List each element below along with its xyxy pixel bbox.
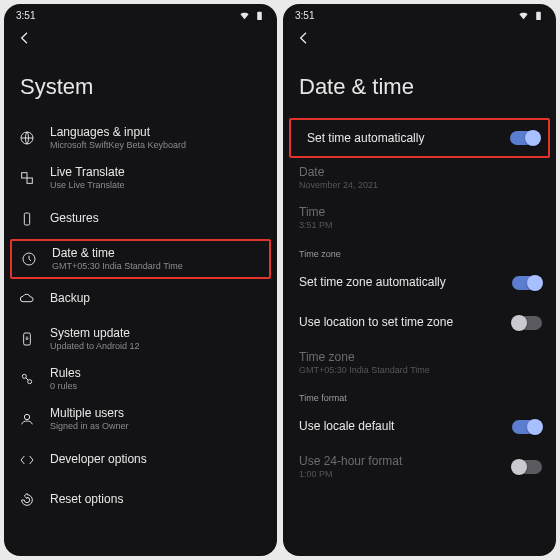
- arrow-left-icon: [296, 30, 312, 46]
- svg-rect-4: [24, 213, 29, 225]
- row-date-time[interactable]: Date & time GMT+05:30 India Standard Tim…: [10, 239, 271, 279]
- row-backup[interactable]: Backup: [4, 279, 277, 319]
- battery-icon: [254, 10, 265, 21]
- row-label: Use location to set time zone: [299, 315, 498, 330]
- row-time: Time 3:51 PM: [283, 198, 556, 238]
- settings-list: Languages & input Microsoft SwiftKey Bet…: [4, 118, 277, 556]
- rules-icon: [18, 370, 36, 388]
- status-bar: 3:51: [4, 4, 277, 23]
- user-icon: [18, 410, 36, 428]
- row-sub: Microsoft SwiftKey Beta Keyboard: [50, 140, 263, 151]
- row-label: Reset options: [50, 492, 263, 507]
- row-set-tz-auto[interactable]: Set time zone automatically: [283, 263, 556, 303]
- reset-icon: [18, 491, 36, 509]
- row-label: Backup: [50, 291, 263, 306]
- arrow-left-icon: [17, 30, 33, 46]
- battery-icon: [533, 10, 544, 21]
- code-icon: [18, 451, 36, 469]
- row-label: Multiple users: [50, 406, 263, 421]
- row-use-location-tz[interactable]: Use location to set time zone: [283, 303, 556, 343]
- row-use-24h: Use 24-hour format 1:00 PM: [283, 447, 556, 487]
- row-date: Date November 24, 2021: [283, 158, 556, 198]
- svg-rect-3: [27, 178, 32, 183]
- row-system-update[interactable]: System update Updated to Android 12: [4, 319, 277, 359]
- wifi-icon: [239, 10, 250, 21]
- datetime-list: Set time automatically Date November 24,…: [283, 118, 556, 556]
- row-label: Use 24-hour format: [299, 454, 498, 469]
- row-sub: November 24, 2021: [299, 180, 542, 191]
- row-sub: Signed in as Owner: [50, 421, 263, 432]
- phone-left-system: 3:51 System Languages & input Microsoft …: [4, 4, 277, 556]
- wifi-icon: [518, 10, 529, 21]
- row-sub: GMT+05:30 India Standard Time: [52, 261, 261, 272]
- row-developer-options[interactable]: Developer options: [4, 440, 277, 480]
- row-live-translate[interactable]: Live Translate Use Live Translate: [4, 158, 277, 198]
- cloud-icon: [18, 290, 36, 308]
- toggle-set-time-auto[interactable]: [510, 131, 540, 145]
- section-time-zone: Time zone: [283, 239, 556, 263]
- status-icons: [239, 10, 265, 21]
- svg-point-9: [24, 415, 29, 420]
- row-label: Set time zone automatically: [299, 275, 498, 290]
- status-icons: [518, 10, 544, 21]
- row-multiple-users[interactable]: Multiple users Signed in as Owner: [4, 399, 277, 439]
- row-label: Date & time: [52, 246, 261, 261]
- row-sub: 0 rules: [50, 381, 263, 392]
- row-label: Date: [299, 165, 542, 180]
- translate-icon: [18, 169, 36, 187]
- page-title: System: [4, 58, 277, 118]
- svg-rect-10: [536, 12, 541, 20]
- row-label: Time zone: [299, 350, 542, 365]
- row-use-locale-default[interactable]: Use locale default: [283, 407, 556, 447]
- update-icon: [18, 330, 36, 348]
- row-label: Developer options: [50, 452, 263, 467]
- gestures-icon: [18, 210, 36, 228]
- row-label: Rules: [50, 366, 263, 381]
- row-sub: GMT+05:30 India Standard Time: [299, 365, 542, 376]
- row-label: System update: [50, 326, 263, 341]
- row-label: Time: [299, 205, 542, 220]
- toggle-use-locale-default[interactable]: [512, 420, 542, 434]
- status-time: 3:51: [295, 10, 314, 21]
- row-sub: 3:51 PM: [299, 220, 542, 231]
- svg-rect-2: [22, 173, 27, 178]
- back-button[interactable]: [295, 29, 313, 47]
- row-label: Set time automatically: [307, 131, 496, 146]
- status-time: 3:51: [16, 10, 35, 21]
- row-label: Gestures: [50, 211, 263, 226]
- page-title: Date & time: [283, 58, 556, 118]
- row-reset-options[interactable]: Reset options: [4, 480, 277, 520]
- clock-icon: [20, 250, 38, 268]
- app-bar: [4, 23, 277, 58]
- toggle-use-24h: [512, 460, 542, 474]
- phone-right-date-time: 3:51 Date & time Set time automatically …: [283, 4, 556, 556]
- row-sub: 1:00 PM: [299, 469, 498, 480]
- row-sub: Use Live Translate: [50, 180, 263, 191]
- row-label: Use locale default: [299, 419, 498, 434]
- back-button[interactable]: [16, 29, 34, 47]
- globe-icon: [18, 129, 36, 147]
- row-rules[interactable]: Rules 0 rules: [4, 359, 277, 399]
- row-label: Live Translate: [50, 165, 263, 180]
- toggle-use-location-tz[interactable]: [512, 316, 542, 330]
- section-time-format: Time format: [283, 383, 556, 407]
- toggle-set-tz-auto[interactable]: [512, 276, 542, 290]
- status-bar: 3:51: [283, 4, 556, 23]
- row-time-zone: Time zone GMT+05:30 India Standard Time: [283, 343, 556, 383]
- row-sub: Updated to Android 12: [50, 341, 263, 352]
- row-gestures[interactable]: Gestures: [4, 199, 277, 239]
- row-languages[interactable]: Languages & input Microsoft SwiftKey Bet…: [4, 118, 277, 158]
- app-bar: [283, 23, 556, 58]
- row-label: Languages & input: [50, 125, 263, 140]
- svg-rect-0: [257, 12, 262, 20]
- row-set-time-auto[interactable]: Set time automatically: [289, 118, 550, 158]
